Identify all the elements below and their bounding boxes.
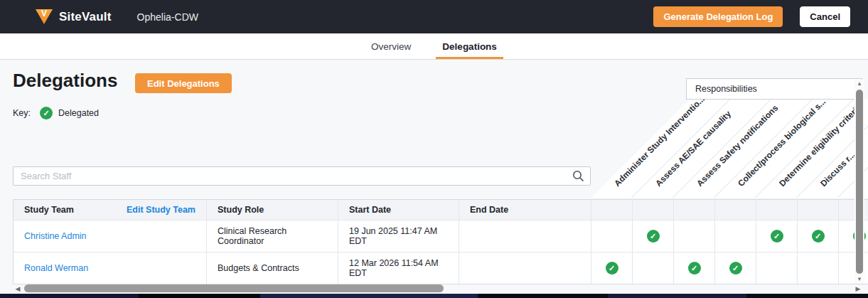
responsibilities-label: Responsibilities (695, 84, 757, 94)
edit-study-team-link[interactable]: Edit Study Team (127, 205, 195, 215)
vertical-scrollbar-thumb[interactable] (856, 90, 863, 274)
responsibility-header-cell (756, 200, 798, 220)
edit-delegations-button[interactable]: Edit Delegations (135, 73, 232, 93)
app-header: V SiteVault Ophelia-CDW Generate Delegat… (0, 0, 868, 33)
delegated-check-icon: ✓ (647, 230, 660, 243)
header-actions: Generate Delegation Log Cancel (653, 6, 850, 27)
delegated-check-icon: ✓ (729, 262, 742, 275)
header-end-date: End Date (459, 200, 591, 220)
staff-cell: Ronald Werman (14, 252, 207, 284)
table-row: Christine Admin Clinical Research Coordi… (14, 220, 868, 252)
responsibility-header-cell (591, 200, 633, 220)
delegated-check-icon: ✓ (812, 230, 825, 243)
header-study-team: Study Team Edit Study Team (14, 200, 207, 220)
responsibility-header-cell (674, 200, 715, 220)
scroll-left-arrow-icon[interactable]: ◀ (13, 285, 23, 292)
responsibility-cell: ✓ (798, 220, 839, 252)
header-study-role: Study Role (207, 200, 338, 220)
horizontal-scrollbar-track[interactable] (23, 283, 853, 294)
delegated-check-icon: ✓ (606, 262, 618, 275)
window-bottom-edge (0, 294, 868, 298)
responsibility-cells: ✓✓✓ (591, 252, 868, 284)
header-responsibility-cells (591, 200, 868, 220)
responsibility-cell (674, 220, 715, 252)
delegations-table: Study Team Edit Study Team Study Role St… (13, 199, 868, 284)
table-row: Ronald Werman Budgets & Contracts 12 Mar… (14, 252, 868, 284)
staff-name-link[interactable]: Christine Admin (24, 231, 87, 241)
sitevault-logo-icon: V (36, 9, 53, 24)
start-date-cell: 19 Jun 2025 11:47 AM EDT (338, 220, 459, 252)
vertical-scrollbar[interactable]: ▲ ▼ (854, 80, 864, 284)
tab-delegations[interactable]: Delegations (436, 33, 503, 59)
cancel-button[interactable]: Cancel (800, 6, 850, 27)
responsibility-cell (715, 220, 756, 252)
tab-overview[interactable]: Overview (365, 33, 417, 59)
search-icon (572, 170, 584, 182)
scroll-up-arrow-icon[interactable]: ▲ (857, 80, 862, 88)
study-role-cell: Clinical Research Coordinator (207, 220, 338, 252)
responsibility-header-cell (798, 200, 839, 220)
staff-cell: Christine Admin (14, 220, 207, 252)
header-start-date: Start Date (338, 200, 459, 220)
delegated-check-icon: ✓ (688, 262, 701, 275)
delegations-page: Delegations Edit Delegations Key: ✓ Dele… (0, 60, 868, 298)
study-role-cell: Budgets & Contracts (207, 252, 338, 284)
responsibility-cell: ✓ (633, 220, 674, 252)
responsibility-cell (591, 220, 633, 252)
responsibility-header-cell (715, 200, 756, 220)
horizontal-scrollbar[interactable]: ◀ ▶ (13, 283, 863, 294)
responsibility-header-cell (633, 200, 674, 220)
table-header-row: Study Team Edit Study Team Study Role St… (14, 200, 868, 220)
search-staff-wrap (13, 166, 591, 186)
study-team-header-label: Study Team (24, 205, 74, 215)
logo-letter: V (41, 9, 47, 18)
responsibility-cell: ✓ (756, 220, 798, 252)
staff-name-link[interactable]: Ronald Werman (24, 263, 88, 273)
delegated-check-icon: ✓ (771, 230, 783, 243)
brand-name: SiteVault (59, 10, 112, 24)
scroll-right-arrow-icon[interactable]: ▶ (853, 285, 863, 292)
responsibility-cell: ✓ (715, 252, 756, 284)
end-date-cell (459, 252, 591, 284)
responsibility-cell: ✓ (674, 252, 715, 284)
page-title: Delegations (13, 70, 117, 92)
responsibility-cell: ✓ (591, 252, 633, 284)
start-date-cell: 12 Mar 2026 11:54 AM EDT (338, 252, 459, 284)
end-date-cell (459, 220, 591, 252)
search-staff-input[interactable] (13, 166, 591, 186)
tab-bar: Overview Delegations (0, 33, 868, 60)
generate-delegation-log-button[interactable]: Generate Delegation Log (653, 6, 783, 27)
responsibility-cells: ✓✓✓✓ (591, 220, 868, 252)
study-name: Ophelia-CDW (137, 11, 198, 23)
responsibility-cell (756, 252, 798, 284)
responsibility-cell (633, 252, 674, 284)
horizontal-scrollbar-thumb[interactable] (24, 284, 444, 292)
responsibilities-header-box: Responsibilities (686, 78, 862, 100)
diagonal-divider-line (590, 100, 691, 198)
responsibility-cell (798, 252, 839, 284)
